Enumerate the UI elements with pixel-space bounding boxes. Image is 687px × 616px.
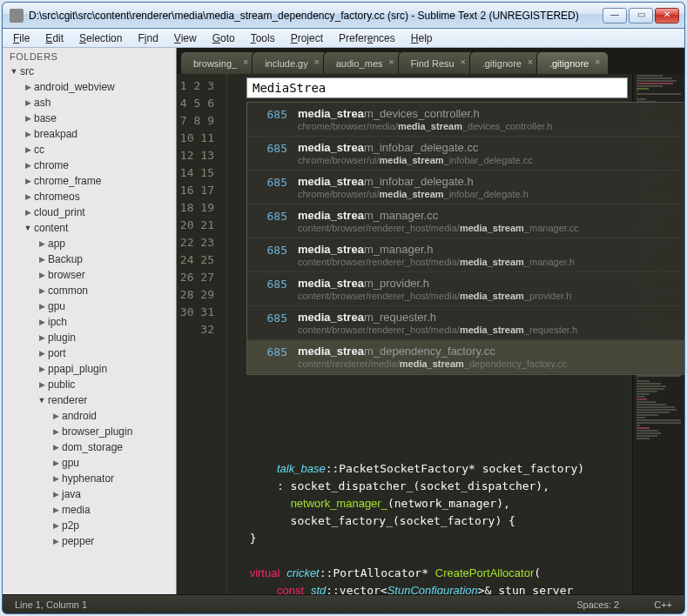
tree-item-plugin[interactable]: ▶plugin [4,330,174,345]
goto-result[interactable]: 685media_stream_dependency_factory.cccon… [247,340,684,374]
tree-label: chromeos [34,191,80,203]
tree-item-dom_storage[interactable]: ▶dom_storage [4,439,174,455]
tree-item-android_webview[interactable]: ▶android_webview [4,79,174,95]
tree-item-cloud_print[interactable]: ▶cloud_print [4,204,174,220]
arrow-right-icon: ▶ [51,459,60,467]
tree-item-hyphenator[interactable]: ▶hyphenator [4,471,174,486]
tree-item-port[interactable]: ▶port [4,345,174,361]
sidebar[interactable]: FOLDERS ▼src▶android_webview▶ash▶base▶br… [3,48,177,594]
tree-item-java[interactable]: ▶java [4,486,174,502]
tree-item-ppapi_plugin[interactable]: ▶ppapi_plugin [4,361,174,377]
maximize-button[interactable]: ▭ [629,8,653,23]
result-filename: media_stream_dependency_factory.cc [298,345,684,358]
goto-result[interactable]: 685media_stream_manager.cccontent/browse… [247,204,684,238]
menu-view[interactable]: View [167,30,204,46]
tree-item-android[interactable]: ▶android [4,408,174,424]
tree-item-breakpad[interactable]: ▶breakpad [4,126,174,142]
tab[interactable]: .gitignore× [469,51,542,74]
result-path: content/browser/renderer_host/media/medi… [298,291,684,301]
result-score: 685 [256,311,287,325]
menu-help[interactable]: Help [404,30,440,46]
close-icon[interactable]: × [240,57,251,68]
goto-result[interactable]: 685media_stream_devices_controller.hchro… [247,103,684,137]
close-icon[interactable]: × [312,57,322,68]
arrow-right-icon: ▶ [51,443,60,452]
tree-label: renderer [48,394,87,406]
tree-item-content[interactable]: ▼content [4,220,174,236]
tree-item-public[interactable]: ▶public [4,377,174,392]
tree-item-app[interactable]: ▶app [4,236,174,251]
result-filename: media_stream_devices_controller.h [298,107,684,120]
tree-item-src[interactable]: ▼src [4,64,174,79]
arrow-right-icon: ▶ [51,427,60,436]
menu-project[interactable]: Project [284,30,330,46]
minimize-button[interactable]: — [603,8,627,23]
tab[interactable]: browsing_× [180,51,257,74]
arrow-right-icon: ▶ [37,255,46,264]
goto-input[interactable] [246,77,628,98]
menu-edit[interactable]: Edit [38,30,71,46]
close-button[interactable]: ✕ [655,8,679,23]
tree-item-backup[interactable]: ▶Backup [4,251,174,267]
menu-file[interactable]: File [6,30,37,46]
tree-label: android [62,410,97,422]
menu-preferences[interactable]: Preferences [332,30,402,46]
tree-label: java [62,488,81,500]
tree-label: p2p [62,519,79,532]
tab-bar[interactable]: browsing_×include.gy×audio_mes×Find Resu… [177,48,684,74]
tree-item-chrome[interactable]: ▶chrome [4,157,174,173]
tab[interactable]: include.gy× [252,51,328,74]
menu-goto[interactable]: Goto [205,30,242,46]
goto-result[interactable]: 685media_stream_infobar_delegate.hchrome… [247,171,684,204]
tree-item-gpu[interactable]: ▶gpu [4,298,174,314]
tree-item-chrome_frame[interactable]: ▶chrome_frame [4,173,174,189]
tree-item-browser[interactable]: ▶browser [4,267,174,283]
tree-item-chromeos[interactable]: ▶chromeos [4,189,174,204]
arrow-right-icon: ▶ [51,474,60,483]
status-indent[interactable]: Spaces: 2 [576,599,619,610]
close-icon[interactable]: × [525,57,535,68]
result-score: 685 [256,141,287,155]
tree-item-renderer[interactable]: ▼renderer [4,392,174,408]
titlebar[interactable]: D:\src\cgit\src\content\renderer\media\m… [3,3,684,29]
goto-result[interactable]: 685media_stream_provider.hcontent/browse… [247,272,684,306]
goto-result[interactable]: 685media_stream_infobar_delegate.ccchrom… [247,137,684,171]
tree-label: public [48,378,75,391]
arrow-right-icon: ▶ [24,161,32,170]
tree-item-base[interactable]: ▶base [4,110,174,126]
goto-result[interactable]: 685media_stream_requester.hcontent/brows… [247,306,684,340]
tree-item-gpu[interactable]: ▶gpu [4,455,174,471]
tree-label: content [34,222,68,234]
menu-find[interactable]: Find [131,30,165,46]
tab[interactable]: Find Resu× [398,51,475,74]
tree-item-cc[interactable]: ▶cc [4,142,174,157]
tree-item-ipch[interactable]: ▶ipch [4,314,174,330]
result-path: content/renderer/media/media_stream_depe… [298,358,684,369]
tree-item-pepper[interactable]: ▶pepper [4,533,174,549]
tree-label: base [34,112,57,124]
tab[interactable]: audio_mes× [323,51,403,74]
folder-tree: ▼src▶android_webview▶ash▶base▶breakpad▶c… [3,64,176,554]
tree-label: chrome [34,159,69,171]
tree-item-media[interactable]: ▶media [4,502,174,518]
tab-label: Find Resu [411,52,455,75]
tab[interactable]: .gitignore× [536,51,609,74]
menu-tools[interactable]: Tools [244,30,282,46]
goto-result[interactable]: 685media_stream_manager.hcontent/browser… [247,238,684,272]
arrow-right-icon: ▶ [37,302,46,311]
arrow-right-icon: ▶ [37,380,46,389]
close-icon[interactable]: × [592,57,603,68]
result-filename: media_stream_provider.h [298,277,684,290]
status-syntax[interactable]: C++ [654,599,672,610]
tree-label: chrome_frame [34,175,101,187]
close-icon[interactable]: × [387,57,397,68]
tree-item-common[interactable]: ▶common [4,283,174,298]
close-icon[interactable]: × [458,57,468,68]
status-position[interactable]: Line 1, Column 1 [15,599,87,610]
tree-item-ash[interactable]: ▶ash [4,95,174,110]
tree-item-browser_plugin[interactable]: ▶browser_plugin [4,424,174,439]
result-path: content/browser/renderer_host/media/medi… [298,257,684,267]
arrow-right-icon: ▶ [51,521,60,530]
tree-item-p2p[interactable]: ▶p2p [4,518,174,533]
menu-selection[interactable]: Selection [72,30,129,46]
